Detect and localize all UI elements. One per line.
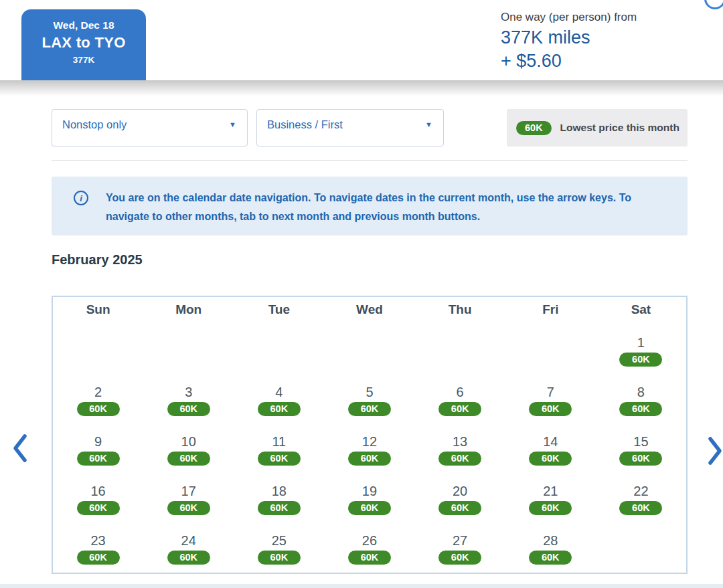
award-price-badge: 60K <box>619 402 662 416</box>
calendar-day-3[interactable]: 360K <box>143 367 234 416</box>
selected-date-card[interactable]: Wed, Dec 18 LAX to TYO 377K <box>21 9 146 80</box>
selected-route-label: LAX to TYO <box>21 34 146 52</box>
calendar-day-17[interactable]: 1760K <box>143 466 234 515</box>
day-header-sun: Sun <box>53 302 143 317</box>
calendar-day-4[interactable]: 460K <box>234 367 324 416</box>
award-price-badge: 60K <box>258 452 301 466</box>
calendar-day-5[interactable]: 560K <box>324 367 414 416</box>
calendar-day-26[interactable]: 2660K <box>324 515 414 565</box>
award-price-badge: 60K <box>438 452 481 466</box>
date-number: 11 <box>272 434 286 450</box>
calendar-day-14[interactable]: 1460K <box>505 416 596 466</box>
calendar-empty-cell <box>324 317 414 367</box>
date-number: 4 <box>275 385 283 400</box>
date-number: 16 <box>90 484 105 499</box>
chevron-down-icon: ▼ <box>229 120 236 128</box>
award-price-badge: 60K <box>438 402 481 416</box>
calendar-day-8[interactable]: 860K <box>596 367 686 416</box>
calendar-day-13[interactable]: 1360K <box>415 416 505 466</box>
next-month-button[interactable] <box>707 436 723 468</box>
calendar-day-16[interactable]: 1660K <box>53 466 143 515</box>
award-price-badge: 60K <box>619 353 662 367</box>
calendar-day-headers: SunMonTueWedThuFriSat <box>53 297 686 317</box>
calendar-day-7[interactable]: 760K <box>505 367 596 416</box>
date-number: 14 <box>543 434 558 450</box>
award-price-badge: 60K <box>167 452 210 466</box>
lowest-price-label: Lowest price this month <box>560 122 679 134</box>
calendar-day-10[interactable]: 1060K <box>143 416 234 466</box>
calendar-day-11[interactable]: 1160K <box>234 416 324 466</box>
divider <box>52 160 688 161</box>
date-number: 10 <box>181 434 196 450</box>
calendar-day-21[interactable]: 2160K <box>505 466 596 515</box>
date-number: 27 <box>453 533 467 549</box>
info-banner: i You are on the calendar date navigatio… <box>52 177 688 235</box>
date-number: 20 <box>453 484 467 499</box>
info-icon: i <box>74 191 88 205</box>
filters-row: Nonstop only ▼ Business / First ▼ 60K Lo… <box>52 109 688 146</box>
date-number: 3 <box>185 385 192 400</box>
award-price-badge: 60K <box>77 551 120 565</box>
calendar-day-9[interactable]: 960K <box>53 416 143 466</box>
stops-filter-dropdown[interactable]: Nonstop only ▼ <box>52 109 248 146</box>
date-number: 25 <box>272 533 287 549</box>
date-number: 7 <box>547 385 554 400</box>
calendar-day-1[interactable]: 160K <box>596 317 686 367</box>
award-price-badge: 60K <box>258 551 301 565</box>
selected-date-label: Wed, Dec 18 <box>21 19 146 31</box>
calendar-empty-cell <box>596 515 686 565</box>
date-number: 5 <box>366 385 373 400</box>
calendar-day-18[interactable]: 1860K <box>234 466 324 515</box>
award-price-badge: 60K <box>77 402 120 416</box>
award-price-badge: 60K <box>167 501 210 515</box>
previous-month-button[interactable] <box>11 433 28 465</box>
award-price-badge: 60K <box>258 402 301 416</box>
calendar-grid: SunMonTueWedThuFriSat 160K260K360K460K56… <box>52 296 688 574</box>
date-number: 2 <box>94 385 102 400</box>
calendar-day-6[interactable]: 660K <box>415 367 505 416</box>
calendar-day-20[interactable]: 2060K <box>415 466 505 515</box>
date-number: 24 <box>181 533 196 549</box>
award-price-badge: 60K <box>77 452 120 466</box>
help-icon[interactable] <box>704 0 723 9</box>
award-price-badge: 60K <box>167 551 210 565</box>
calendar-day-24[interactable]: 2460K <box>143 515 234 565</box>
calendar-day-12[interactable]: 1260K <box>324 416 414 466</box>
price-summary: One way (per person) from 377K miles + $… <box>501 11 637 72</box>
header-bar: Wed, Dec 18 LAX to TYO 377K One way (per… <box>0 0 723 80</box>
day-header-fri: Fri <box>505 302 596 317</box>
calendar-day-27[interactable]: 2760K <box>415 515 505 565</box>
date-number: 23 <box>90 533 105 549</box>
day-header-sat: Sat <box>596 302 686 317</box>
price-summary-miles: 377K miles <box>501 27 637 48</box>
calendar-day-25[interactable]: 2560K <box>234 515 324 565</box>
date-number: 19 <box>362 484 377 499</box>
stops-filter-value: Nonstop only <box>62 118 127 131</box>
calendar-empty-cell <box>415 317 505 367</box>
date-number: 12 <box>362 434 377 450</box>
calendar-day-28[interactable]: 2860K <box>505 515 596 565</box>
calendar-day-2[interactable]: 260K <box>53 367 143 416</box>
month-title: February 2025 <box>52 251 688 268</box>
cabin-filter-dropdown[interactable]: Business / First ▼ <box>256 109 444 146</box>
award-price-badge: 60K <box>529 501 572 515</box>
chevron-left-icon <box>11 433 28 463</box>
calendar-empty-cell <box>234 317 324 367</box>
price-summary-taxes: + $5.60 <box>501 51 637 72</box>
calendar-empty-cell <box>505 317 596 367</box>
calendar-day-22[interactable]: 2260K <box>596 466 686 515</box>
award-price-badge: 60K <box>348 501 391 515</box>
calendar-day-15[interactable]: 1560K <box>596 416 686 466</box>
price-summary-label: One way (per person) from <box>501 11 637 24</box>
award-price-badge: 60K <box>77 501 120 515</box>
date-number: 1 <box>637 335 645 351</box>
award-price-badge: 60K <box>529 402 572 416</box>
calendar-day-19[interactable]: 1960K <box>324 466 414 515</box>
calendar-day-23[interactable]: 2360K <box>53 515 143 565</box>
award-price-badge: 60K <box>438 551 481 565</box>
cabin-filter-value: Business / First <box>267 118 343 131</box>
lowest-price-legend: 60K Lowest price this month <box>507 109 688 146</box>
award-price-badge: 60K <box>619 452 662 466</box>
date-number: 17 <box>181 484 196 499</box>
chevron-down-icon: ▼ <box>425 120 432 128</box>
